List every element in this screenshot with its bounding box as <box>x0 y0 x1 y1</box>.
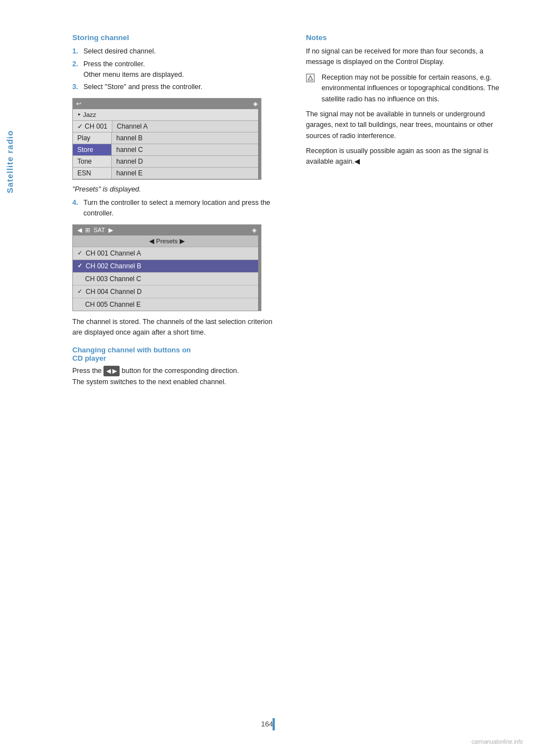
right-column: Notes If no signal can be received for m… <box>300 33 512 393</box>
screen2-row-2: CH 002 Channel B <box>73 260 261 273</box>
screen1-row3-value: hannel C <box>112 144 261 155</box>
screen1-row-1: ✓ CH 001 Channel A <box>73 121 261 132</box>
notes-title: Notes <box>306 33 512 42</box>
left-column: Storing channel 1. Select desired channe… <box>72 33 278 393</box>
step-2-num: 2. <box>72 59 80 80</box>
back-icon: ↩ <box>76 100 81 107</box>
channel-stored-text: The channel is stored. The channels of t… <box>72 317 278 338</box>
note-box: Reception may not be possible for certai… <box>306 72 512 105</box>
screen1-row5-label: ESN <box>73 168 112 179</box>
step-1-num: 1. <box>72 46 80 57</box>
settings-icon: ◈ <box>253 100 258 107</box>
screen1-row1-value: Channel A <box>112 121 261 132</box>
step-3-num: 3. <box>72 82 80 92</box>
step-4: 4. Turn the controller to select a memor… <box>72 198 278 219</box>
screen-mockup-1: ↩ ◈ ‣ Jazz ✓ CH 001 Channel A Play hanne… <box>72 98 261 180</box>
screen1-row2-label: Play <box>73 132 112 144</box>
notes-para-2: The signal may not be available in tunne… <box>306 109 512 141</box>
screen1-row2-value: hannel B <box>112 132 261 144</box>
screen2-presets-bar: ◀ Presets ▶ <box>73 235 261 247</box>
triangle-icon <box>306 73 317 105</box>
step-4-text: Turn the controller to select a memory l… <box>83 198 278 219</box>
screen1-topbar: ↩ ◈ <box>73 99 261 109</box>
screen1-row1-label: ✓ CH 001 <box>73 121 112 132</box>
step-4-list: 4. Turn the controller to select a memor… <box>72 198 278 219</box>
watermark: carmanualonline.info <box>472 739 523 745</box>
page-number: 164 <box>261 720 273 728</box>
step-2-text: Press the controller.Other menu items ar… <box>83 59 184 80</box>
step-1: 1. Select desired channel. <box>72 46 278 57</box>
screen1-row-4: Tone hannel D <box>73 156 261 168</box>
storing-channel-title: Storing channel <box>72 33 278 42</box>
steps-1-3: 1. Select desired channel. 2. Press the … <box>72 46 278 92</box>
screen2-row-5: CH 005 Channel E <box>73 298 261 311</box>
screen1-row4-label: Tone <box>73 156 112 167</box>
screen2-nav-label: ◀ ⊞ SAT ▶ <box>77 227 113 234</box>
screen1-jazz: ‣ Jazz <box>73 109 261 121</box>
screen1-side-bar <box>258 99 261 179</box>
svg-marker-1 <box>308 76 313 80</box>
screen2-row-4: CH 004 Channel D <box>73 286 261 298</box>
screen1-row4-value: hannel D <box>112 156 261 167</box>
screen-mockup-2: ◀ ⊞ SAT ▶ ◈ ◀ Presets ▶ CH 001 Channel A… <box>72 224 261 311</box>
screen1-row-2: Play hannel B <box>73 132 261 144</box>
step-2: 2. Press the controller.Other menu items… <box>72 59 278 80</box>
cd-section-title: Changing channel with buttons onCD playe… <box>72 346 278 362</box>
screen1-row-3: Store hannel C <box>73 144 261 156</box>
note-triangle-text: Reception may not be possible for certai… <box>322 72 512 105</box>
cd-body-text: Press the ◀ ▶ button for the correspondi… <box>72 366 278 387</box>
sidebar-text: Satellite radio <box>6 130 15 193</box>
step-3-text: Select "Store" and press the controller. <box>83 82 202 92</box>
screen1-row-5: ESN hannel E <box>73 168 261 179</box>
page-bar-accent <box>273 718 275 730</box>
sidebar-label: Satellite radio <box>0 100 20 223</box>
notes-para-3: Reception is usually possible again as s… <box>306 146 512 168</box>
step-1-text: Select desired channel. <box>83 46 156 57</box>
presets-displayed-text: "Presets" is displayed. <box>72 185 278 193</box>
step-3: 3. Select "Store" and press the controll… <box>72 82 278 92</box>
screen2-topbar: ◀ ⊞ SAT ▶ ◈ <box>73 225 261 235</box>
screen2-row-1: CH 001 Channel A <box>73 247 261 260</box>
screen1-row5-value: hannel E <box>112 168 261 179</box>
cd-button: ◀ ▶ <box>103 366 120 376</box>
screen2-menu-icon: ◈ <box>252 227 256 234</box>
screen2-row-3: CH 003 Channel C <box>73 273 261 286</box>
notes-para-1: If no signal can be received for more th… <box>306 46 512 68</box>
screen1-row3-label: Store <box>73 144 112 155</box>
step-4-num: 4. <box>72 198 80 219</box>
screen2-side-bar <box>258 225 261 311</box>
